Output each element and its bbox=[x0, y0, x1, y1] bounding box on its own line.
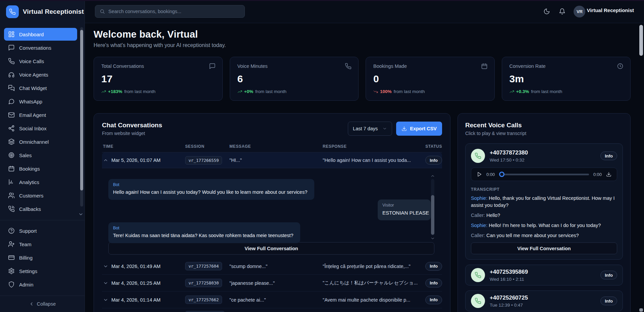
trending-up-icon bbox=[101, 89, 106, 94]
session-badge: vr_177257604 bbox=[185, 262, 222, 270]
view-full-conversation-button[interactable]: View Full Conversation bbox=[471, 242, 617, 254]
stat-card-conversion-rate: Conversion Rate 3m +0.3% from last month bbox=[502, 57, 631, 101]
info-badge[interactable]: Info bbox=[425, 279, 442, 287]
avatar[interactable]: VR bbox=[574, 6, 585, 17]
calendar-icon bbox=[481, 63, 488, 71]
row-response: "Hello again! How can I assist you toda.… bbox=[323, 158, 424, 163]
bot-message-bubble: Bot Hello again! How can I assist you to… bbox=[108, 179, 314, 200]
layers-icon bbox=[8, 138, 15, 145]
nav-overflow-chevron-down-icon bbox=[78, 212, 84, 218]
sidebar-item-whatsapp[interactable]: WhatsApp bbox=[4, 95, 77, 108]
call-number: +40725260725 bbox=[490, 295, 528, 301]
sidebar-item-sales[interactable]: Sales bbox=[4, 149, 77, 162]
date-range-select[interactable]: Last 7 days bbox=[348, 122, 392, 136]
voice-call-header[interactable]: +40737872380 Wed 17:50 • 0:32 Info bbox=[471, 149, 617, 163]
window-scrollbar[interactable] bbox=[639, 24, 643, 312]
voice-call-card[interactable]: +40725260725 Tue 12:39 • 0:47 Info bbox=[465, 291, 623, 311]
chevron-down-icon[interactable] bbox=[103, 280, 111, 286]
seek-track[interactable] bbox=[501, 174, 589, 175]
sidebar-item-label: Email Agent bbox=[19, 112, 46, 118]
info-badge[interactable]: Info bbox=[600, 297, 617, 305]
search-input[interactable] bbox=[108, 9, 240, 14]
stat-label: Bookings Made bbox=[373, 63, 487, 69]
user-plus-icon bbox=[8, 241, 15, 248]
row-time: Mar 4, 2026, 01:49 AM bbox=[111, 264, 185, 269]
sidebar-item-voice-agents[interactable]: Voice Agents bbox=[4, 68, 77, 81]
chat-panel-title: Chat Conversations bbox=[102, 122, 162, 129]
speaker-label: Sophie: bbox=[471, 195, 487, 201]
voice-call-header[interactable]: +40725260725 Tue 12:39 • 0:47 Info bbox=[471, 294, 617, 308]
table-row[interactable]: Mar 4, 2026, 01:25 AM vr_177258030 "japa… bbox=[102, 275, 442, 292]
thread-scrollbar-thumb[interactable] bbox=[431, 195, 434, 235]
sidebar-item-chat-widget[interactable]: Chat Widget bbox=[4, 82, 77, 94]
sidebar-scrollbar[interactable] bbox=[80, 27, 83, 207]
seek-thumb[interactable] bbox=[499, 172, 504, 177]
stat-card-bookings-made: Bookings Made 0 100% from last month bbox=[366, 57, 495, 101]
chevron-down-icon[interactable] bbox=[103, 264, 111, 269]
message-square-icon bbox=[8, 44, 15, 51]
sidebar-item-analytics[interactable]: Analytics bbox=[4, 176, 77, 188]
seek-slider[interactable] bbox=[499, 172, 589, 177]
sidebar-scrollbar-thumb[interactable] bbox=[80, 30, 83, 190]
sidebar-item-email-agent[interactable]: Email Agent bbox=[4, 108, 77, 121]
download-recording-icon[interactable] bbox=[606, 172, 611, 177]
chat-conversations-panel: Chat Conversations From website widget L… bbox=[94, 113, 450, 312]
main-column: VR Virtual Receptionist Welcome back, Vi… bbox=[85, 0, 644, 312]
thread-scrollbar-track[interactable] bbox=[431, 179, 434, 235]
chevron-down-icon[interactable] bbox=[103, 297, 111, 303]
sidebar-item-label: Omnichannel bbox=[19, 139, 49, 145]
phone-icon bbox=[8, 58, 15, 64]
sidebar-collapse-button[interactable]: Collapse bbox=[0, 296, 85, 312]
scroll-down-chevron-icon[interactable] bbox=[430, 236, 435, 241]
info-badge[interactable]: Info bbox=[425, 156, 442, 165]
sidebar-item-customers[interactable]: Customers bbox=[4, 189, 77, 202]
play-button[interactable] bbox=[477, 172, 482, 177]
table-row[interactable]: Mar 4, 2026, 01:14 AM vr_177257662 "ce p… bbox=[102, 292, 442, 308]
sidebar-item-settings[interactable]: Settings bbox=[4, 265, 77, 277]
scroll-up-chevron-icon[interactable] bbox=[430, 174, 435, 178]
sidebar-item-billing[interactable]: Billing bbox=[4, 251, 77, 264]
table-row[interactable]: Mar 4, 2026, 01:49 AM vr_177257604 "scum… bbox=[102, 258, 442, 275]
voice-panel-subtitle: Click to play & view transcript bbox=[465, 131, 623, 136]
download-icon bbox=[401, 126, 407, 131]
info-badge[interactable]: Info bbox=[600, 151, 617, 160]
panels-row: Chat Conversations From website widget L… bbox=[94, 113, 631, 312]
sidebar-item-conversations[interactable]: Conversations bbox=[4, 41, 77, 54]
info-badge[interactable]: Info bbox=[425, 296, 442, 304]
col-response: RESPONSE bbox=[323, 144, 424, 149]
voice-call-card[interactable]: +40725395869 Wed 16:10 • 2:11 Info bbox=[465, 265, 623, 285]
sidebar-item-callbacks[interactable]: Callbacks bbox=[4, 203, 77, 215]
sidebar-item-dashboard[interactable]: Dashboard bbox=[4, 28, 77, 41]
thread-scrollbar[interactable] bbox=[431, 174, 435, 241]
info-badge[interactable]: Info bbox=[600, 271, 617, 279]
transcript-heading: TRANSCRIPT bbox=[471, 187, 617, 192]
view-full-conversation-button[interactable]: View Full Conversation bbox=[108, 242, 434, 255]
target-icon bbox=[8, 152, 15, 159]
voice-call-header[interactable]: +40725395869 Wed 16:10 • 2:11 Info bbox=[471, 268, 617, 282]
messages-square-icon bbox=[8, 85, 15, 91]
phone-icon bbox=[471, 149, 485, 163]
transcript-text: Hello, thank you for calling Virtual Rec… bbox=[471, 195, 615, 208]
message-circle-icon bbox=[8, 98, 15, 105]
message-square-icon bbox=[209, 63, 216, 71]
theme-toggle-moon-icon[interactable] bbox=[543, 7, 551, 15]
sidebar-item-social-inbox[interactable]: Social Inbox bbox=[4, 122, 77, 135]
headphones-icon bbox=[8, 71, 15, 78]
sidebar-item-admin[interactable]: Admin bbox=[4, 278, 77, 291]
stat-delta-value: +183% bbox=[108, 89, 122, 94]
user-menu[interactable]: VR Virtual Receptionist bbox=[574, 6, 634, 17]
export-csv-button[interactable]: Export CSV bbox=[396, 122, 442, 136]
notifications-bell-icon[interactable] bbox=[558, 7, 566, 15]
sidebar-item-team[interactable]: Team bbox=[4, 238, 77, 251]
sidebar-item-omnichannel[interactable]: Omnichannel bbox=[4, 135, 77, 148]
sidebar-item-support[interactable]: Support bbox=[4, 224, 77, 237]
window-scrollbar-thumb[interactable] bbox=[639, 25, 643, 56]
sidebar-item-bookings[interactable]: Bookings bbox=[4, 162, 77, 175]
sidebar-item-voice-calls[interactable]: Voice Calls bbox=[4, 55, 77, 68]
user-name: Virtual Receptionist bbox=[587, 7, 634, 13]
clock-icon bbox=[617, 63, 624, 71]
table-row[interactable]: Mar 5, 2026, 01:07 AM vr_177266559 "HI..… bbox=[102, 152, 442, 168]
chevron-up-icon[interactable] bbox=[103, 158, 111, 163]
window-scrollbar-bottom[interactable] bbox=[639, 308, 643, 312]
info-badge[interactable]: Info bbox=[425, 262, 442, 271]
